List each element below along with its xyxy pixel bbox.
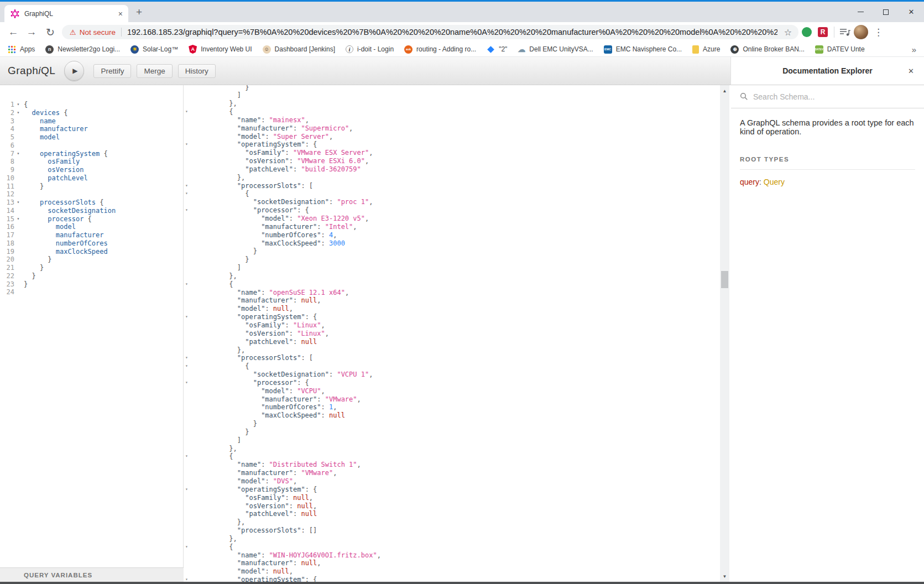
execute-query-button[interactable]: ▶ [64,61,84,81]
history-button[interactable]: History [178,64,216,78]
fold-arrow-icon[interactable]: ▾ [185,544,188,550]
not-secure-label[interactable]: Not secure [80,28,116,36]
doc-explorer-header: Documentation Explorer ✕ [730,57,924,85]
fold-arrow-icon[interactable]: ▾ [185,108,188,115]
bookmark-item[interactable]: AInventory Web UI [189,45,252,54]
address-bar[interactable]: ⚠ Not secure 192.168.185.23/graphiql?que… [62,25,798,39]
line-number: 20 [0,255,14,264]
fold-arrow-icon[interactable]: ▾ [14,150,22,158]
bookmark-item[interactable]: ☺Dashboard [Jenkins] [263,45,335,54]
line-number: 10 [0,174,14,182]
bookmark-item[interactable]: askrouting - Adding ro... [404,45,476,54]
query-editor[interactable]: 1▾{2▾ devices {3 name4 manufacturer5 mod… [0,85,184,567]
root-type-query-row[interactable]: query: Query [740,178,915,186]
bookmark-item[interactable]: "2" [487,45,507,53]
merge-button[interactable]: Merge [137,64,172,78]
result-scrollbar[interactable]: ▲ ▼ [720,85,729,582]
bookmark-item[interactable]: Azure [692,45,720,54]
fold-arrow-icon[interactable]: ▾ [185,486,188,493]
line-number: 8 [0,158,14,166]
browser-tab[interactable]: GraphiQL × [4,5,128,22]
fold-arrow-icon[interactable]: ▾ [14,109,22,117]
fold-arrow-icon[interactable]: ▾ [14,199,22,207]
bookmarks-list: Apps nNewsletter2go Logi...☀Solar-Log™AI… [8,42,865,56]
doc-search-box[interactable]: Search Schema... [731,85,924,108]
reload-button[interactable]: ↻ [42,22,59,42]
minimize-button[interactable] [848,2,873,22]
graphiql-toolbar: GraphiQL ▶ Prettify Merge History [0,57,730,85]
scroll-up-icon[interactable]: ▲ [720,86,729,95]
prettify-button[interactable]: Prettify [93,64,131,78]
fold-arrow-icon[interactable]: ▾ [185,281,188,288]
profile-avatar[interactable] [854,25,868,39]
result-line: "model": "DVS", [184,477,720,486]
result-line: "manufacturer": "Intel", [184,223,720,231]
line-number: 2 [0,109,14,117]
bookmark-item[interactable]: DATEVDATEV Unternehme... [815,45,865,54]
editor-line: 21 } [0,264,183,272]
fold-arrow-icon[interactable]: ▾ [185,182,188,189]
maximize-button[interactable] [873,2,899,22]
result-line: ▾ { [184,280,720,289]
scroll-down-icon[interactable]: ▼ [720,572,729,581]
bookmark-item[interactable]: ⊕Online Broker BAN... [730,45,804,54]
fold-arrow-icon[interactable]: ▾ [14,215,22,223]
doc-explorer-close-icon[interactable]: ✕ [908,67,914,75]
bookmark-item[interactable]: EMCEMC Navisphere Co... [604,45,682,54]
query-variables-bar[interactable]: QUERY VARIABLES [0,567,184,582]
line-number: 3 [0,117,14,126]
fold-arrow-icon[interactable]: ▾ [185,363,188,369]
extension-green-icon[interactable] [802,27,812,37]
result-line: ▾ { [184,362,720,371]
search-placeholder: Search Schema... [753,92,815,101]
result-line: "osVersion": "Linux", [184,330,720,338]
bookmark-item[interactable]: ii-doit - Login [346,45,394,53]
browser-window: GraphiQL × + ✕ ← → ↻ ⚠ Not secure 192.16… [0,0,924,584]
back-button[interactable]: ← [5,22,22,42]
fold-arrow-icon[interactable]: ▾ [185,379,188,386]
result-line: "manufacturer": "VMware", [184,469,720,477]
fold-arrow-icon[interactable]: ▾ [185,314,188,320]
query-editor-lines: 1▾{2▾ devices {3 name4 manufacturer5 mod… [0,85,183,296]
fold-arrow-icon[interactable]: ▾ [14,101,22,109]
chrome-menu-icon[interactable]: ⋮ [874,22,883,42]
editor-line: 12 [0,190,183,199]
fold-arrow-icon[interactable]: ▾ [185,141,188,148]
editor-line: 6 [0,142,183,150]
bookmarks-overflow-icon[interactable]: » [912,42,916,56]
fold-arrow-icon[interactable]: ▾ [185,576,188,582]
fold-arrow-icon[interactable]: ▾ [185,354,188,361]
editor-line: 7▾ operatingSystem { [0,150,183,158]
close-button[interactable]: ✕ [899,2,924,22]
editor-line: 3 name [0,117,183,126]
result-pane[interactable]: } ] },▾ { "name": "mainesx", "manufactur… [184,85,720,582]
url-text[interactable]: 192.168.185.23/graphiql?query=%7B%0A%20%… [127,28,777,36]
new-tab-button[interactable]: + [136,6,142,18]
editor-line: 1▾{ [0,101,183,109]
forward-button[interactable]: → [23,22,40,42]
tab-close-icon[interactable]: × [118,10,123,18]
apps-shortcut[interactable]: Apps [8,45,35,54]
line-number: 11 [0,182,14,191]
cloud-icon: ☁ [518,45,525,54]
result-line: ▾ "operatingSystem": { [184,140,720,149]
result-line: "model": "Xeon E3-1220 v5", [184,215,720,223]
fold-arrow-icon[interactable]: ▾ [185,190,188,197]
result-line: "osFamily": "VMware ESX Server", [184,149,720,157]
editor-line: 5 model [0,133,183,142]
extension-r-icon[interactable]: R [818,27,828,37]
playlist-icon[interactable] [839,28,850,39]
bookmark-item[interactable]: ☀Solar-Log™ [130,45,178,54]
result-line: ] [184,91,720,100]
result-line: ] [184,264,720,272]
scrollbar-thumb[interactable] [721,271,728,288]
bookmark-item[interactable]: nNewsletter2go Logi... [45,45,120,54]
bookmark-item[interactable]: ☁Dell EMC UnityVSA... [518,45,593,54]
query-type-link[interactable]: Query [764,178,785,186]
globe-icon: ⊕ [730,45,739,54]
fold-arrow-icon[interactable]: ▾ [185,453,188,460]
bookmark-star-icon[interactable]: ☆ [784,27,792,38]
line-number: 21 [0,264,14,272]
fold-arrow-icon[interactable]: ▾ [185,207,188,213]
result-line: "name": "openSuSE 12.1 x64", [184,289,720,297]
